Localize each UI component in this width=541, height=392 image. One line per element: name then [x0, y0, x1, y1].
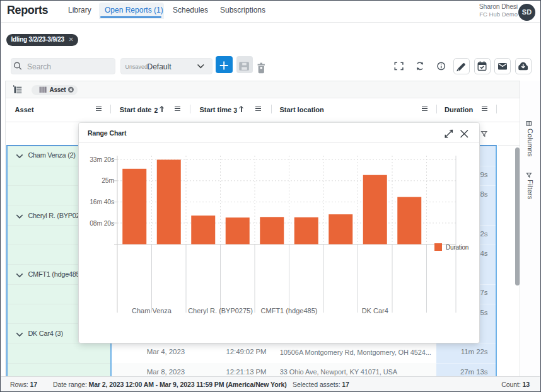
svg-text:Cheryl R. (BYP0275): Cheryl R. (BYP0275)	[188, 307, 253, 314]
svg-text:Cham Venza: Cham Venza	[132, 307, 172, 314]
svg-text:Duration: Duration	[446, 244, 468, 251]
svg-text:25m: 25m	[102, 176, 114, 184]
svg-text:CMFT1 (hdge485): CMFT1 (hdge485)	[261, 307, 318, 314]
svg-text:DK Car4: DK Car4	[362, 307, 388, 314]
svg-text:16m 40s: 16m 40s	[90, 198, 114, 205]
svg-text:08m 20s: 08m 20s	[90, 219, 114, 227]
svg-text:33m 20s: 33m 20s	[90, 156, 114, 163]
